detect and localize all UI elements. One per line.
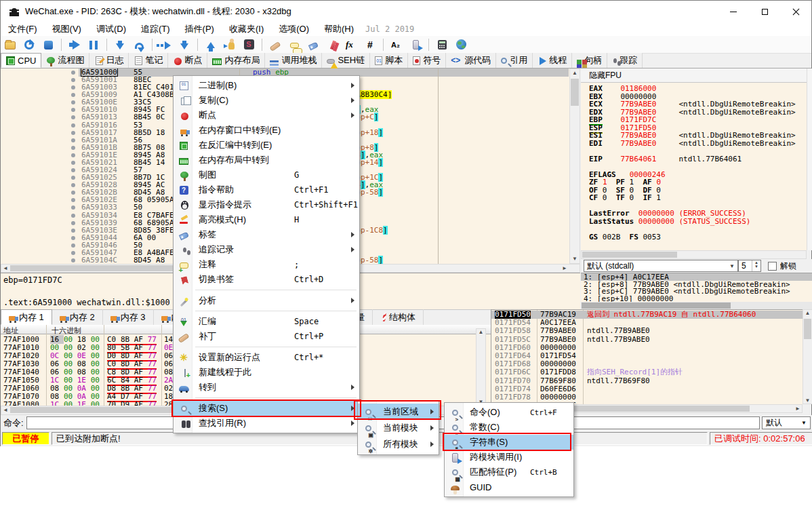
menu-item-在内存布局中转到[interactable]: 在内存布局中转到 — [174, 153, 359, 168]
tab-符号[interactable]: 符号 — [408, 53, 446, 68]
breakpoint-dot[interactable] — [71, 100, 75, 104]
menubar-item[interactable]: 追踪(T) — [134, 22, 178, 36]
menu-item-设置新的运行点[interactable]: ✳设置新的运行点Ctrl+* — [174, 350, 359, 365]
stack-row[interactable]: 0171FD5077B9AC19返回到 ntdll.77B9AC19 自 ntd… — [491, 311, 803, 319]
tab-调用堆栈[interactable]: 调用堆栈 — [265, 53, 322, 68]
toolbar-bubbles-button[interactable] — [287, 37, 302, 52]
breakpoint-dot[interactable] — [71, 258, 75, 262]
menu-item-查找引用(R)[interactable]: 查找引用(R) — [174, 416, 359, 431]
tab-句柄[interactable]: 句柄 — [572, 53, 607, 68]
toolbar-hash-button[interactable]: # — [363, 37, 378, 52]
toolbar-curve-button[interactable] — [131, 37, 146, 52]
command-profile-select[interactable]: 默认▼ — [762, 416, 811, 429]
toolbar-run-button[interactable] — [67, 37, 82, 52]
stack-row[interactable]: 0171FD5877B9ABE0ntdll.77B9ABE0 — [491, 327, 803, 335]
tab-内存 3[interactable]: 内存 3 — [103, 309, 154, 325]
breakpoint-dot[interactable] — [71, 243, 75, 248]
breakpoint-dot[interactable] — [71, 93, 75, 97]
menu-item-断点[interactable]: 断点 — [174, 108, 359, 123]
tab-跟踪[interactable]: 跟踪 — [607, 53, 643, 68]
breakpoint-dot[interactable] — [71, 71, 75, 75]
menubar-item[interactable]: 调试(D) — [89, 22, 134, 36]
menu-item-新建线程于此[interactable]: 新建线程于此 — [174, 365, 359, 380]
toolbar-restart-button[interactable] — [22, 37, 37, 52]
breakpoint-dot[interactable] — [71, 214, 75, 218]
toolbar-tags-button[interactable] — [306, 37, 321, 52]
menu-item-追踪记录[interactable]: 追踪记录 — [174, 242, 359, 257]
menu-item-在内存窗口中转到(E)[interactable]: 在内存窗口中转到(E) — [174, 123, 359, 138]
menu-item-所有模块[interactable]: 所有模块 — [358, 436, 439, 452]
stack-row[interactable]: 0171FD7800000000 — [491, 393, 803, 402]
argument-row[interactable]: 4: [esp+10] 00000000 — [581, 295, 812, 302]
breakpoint-dot[interactable] — [71, 183, 75, 187]
menu-item-二进制(B)[interactable]: 01二进制(B) — [174, 78, 359, 93]
minimize-button[interactable] — [718, 1, 749, 22]
breakpoint-dot[interactable] — [71, 146, 75, 150]
menu-item-跨模块调用(I)[interactable]: 跨模块调用(I) — [445, 450, 573, 465]
breakpoint-dot[interactable] — [71, 198, 75, 202]
breakpoint-dot[interactable] — [71, 131, 75, 135]
maximize-button[interactable] — [749, 1, 780, 22]
registers-hscrollbar[interactable] — [581, 250, 807, 259]
toolbar-phone-button[interactable] — [408, 37, 423, 52]
menu-item-匹配特征(P)[interactable]: 匹配特征(P)Ctrl+B — [445, 465, 573, 480]
toolbar-sbox-button[interactable]: S — [241, 37, 256, 52]
toolbar-calc-button[interactable] — [434, 37, 449, 52]
stack-row[interactable]: 0171FD5C77B9ABE0ntdll.77B9ABE0 — [491, 336, 803, 344]
stack-row[interactable]: 0171FD640171FD54 — [491, 352, 803, 360]
tab-线程[interactable]: 线程 — [533, 53, 572, 68]
menu-item-复制(C)[interactable]: 复制(C) — [174, 93, 359, 108]
toolbar-az-button[interactable]: A₂ — [389, 37, 404, 52]
menubar-item[interactable]: 选项(O) — [271, 22, 317, 36]
menubar-item[interactable]: 视图(V) — [45, 22, 89, 36]
menu-item-高亮模式(H)[interactable]: 高亮模式(H)H — [174, 212, 359, 227]
breakpoint-dot[interactable] — [71, 115, 75, 119]
tab-日志[interactable]: 日志 — [89, 53, 129, 68]
breakpoint-dot[interactable] — [71, 85, 75, 90]
toolbar-fx-button[interactable]: fx — [344, 37, 359, 52]
menubar-item[interactable]: 文件(F) — [1, 22, 45, 36]
menu-item-注释[interactable]: 注释; — [174, 257, 359, 272]
tab-流程图[interactable]: 流程图 — [41, 53, 89, 68]
menubar-item[interactable]: 插件(P) — [178, 22, 222, 36]
callconv-select[interactable]: 默认 (stdcall)▼ — [584, 260, 738, 272]
stack-row[interactable]: 0171FD7077B69F80ntdll.77B69F80 — [491, 377, 803, 385]
menu-item-切换书签[interactable]: 切换书签Ctrl+D — [174, 272, 359, 287]
toolbar-bandaid-button[interactable] — [268, 37, 283, 52]
tab-断点[interactable]: 断点 — [168, 53, 207, 68]
menu-item-命令(O)[interactable]: 命令(O)Ctrl+F — [445, 405, 573, 420]
tab-内存布局[interactable]: 内存布局 — [207, 53, 265, 68]
call-arguments-pane[interactable]: 1: [esp+4] A0C17EEA2: [esp+8] 77B9ABE0 <… — [581, 273, 812, 302]
registers-pane[interactable]: EAX 01186000EBX 00000000ECX 77B9ABE0 <nt… — [581, 83, 807, 250]
menu-item-汇编[interactable]: 汇编Space — [174, 314, 359, 329]
stack-row[interactable]: 0171FD6C0171FDD8指向SEH_Record[1]的指针 — [491, 368, 803, 376]
toolbar-person-button[interactable] — [222, 37, 237, 52]
breakpoint-dot[interactable] — [71, 168, 75, 172]
arg-count-spinner[interactable]: 5 ▲▼ — [738, 260, 761, 272]
stack-row[interactable]: 0171FD6000000000 — [491, 344, 803, 352]
toolbar-stop-button[interactable] — [41, 37, 56, 52]
menu-item-制图[interactable]: 制图G — [174, 168, 359, 182]
toolbar-pause-button[interactable] — [86, 37, 101, 52]
stack-vscrollbar[interactable]: ▲ ▼ — [803, 309, 812, 404]
menubar-item[interactable]: 帮助(H) — [317, 22, 361, 36]
toolbar-down-button[interactable] — [177, 37, 192, 52]
disasm-vscrollbar[interactable]: ▲ ▼ — [569, 69, 580, 264]
menu-item-指令帮助[interactable]: ?指令帮助Ctrl+F1 — [174, 182, 359, 197]
breakpoint-dot[interactable] — [71, 153, 75, 157]
menu-item-显示指令提示[interactable]: 显示指令提示Ctrl+Shift+F1 — [174, 197, 359, 212]
close-button[interactable] — [780, 1, 811, 22]
breakpoint-dot[interactable] — [71, 191, 75, 195]
menu-item-当前模块[interactable]: 当前模块 — [358, 420, 439, 436]
breakpoint-dot[interactable] — [71, 78, 75, 82]
menubar-item[interactable]: 收藏夹(I) — [222, 22, 271, 36]
unlock-checkbox[interactable] — [768, 262, 777, 271]
toolbar-ribbons-button[interactable] — [325, 37, 340, 52]
tab-内存 2[interactable]: 内存 2 — [52, 309, 103, 325]
menu-item-GUID[interactable]: GUID — [445, 480, 573, 494]
menu-item-分析[interactable]: 分析 — [174, 293, 359, 308]
breakpoint-dot[interactable] — [71, 138, 75, 142]
tab-结构体[interactable]: 结构体 — [373, 309, 424, 325]
toolbar-dasharrow-button[interactable] — [158, 37, 173, 52]
tab-CPU[interactable]: CPU — [1, 53, 41, 68]
